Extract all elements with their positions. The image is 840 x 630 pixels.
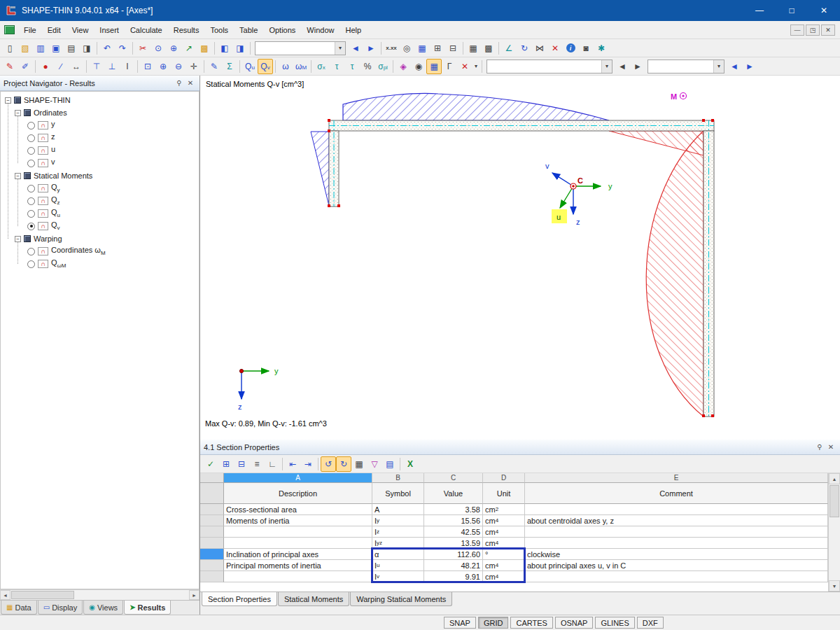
scroll-down-icon[interactable]: ▼ bbox=[829, 580, 840, 592]
menu-results[interactable]: Results bbox=[168, 22, 205, 38]
sigma-x-button[interactable]: σx bbox=[314, 59, 329, 74]
tree-item-u[interactable]: ∩ u bbox=[4, 144, 199, 157]
warping-moment-button[interactable]: ωM bbox=[293, 59, 309, 74]
dxf-toggle[interactable]: DXF bbox=[637, 617, 664, 629]
undo-icon[interactable]: ↶ bbox=[99, 41, 115, 56]
comment-cell[interactable] bbox=[525, 526, 828, 538]
section-bar-icon[interactable]: I bbox=[120, 59, 135, 74]
comment-cell[interactable] bbox=[525, 538, 828, 549]
graphics-view[interactable]: M y z v u C y z Statical Moments Q-v [cm… bbox=[200, 76, 840, 440]
row-selector[interactable] bbox=[200, 560, 224, 571]
calculator-icon[interactable]: ▦ bbox=[414, 41, 430, 56]
row-selector[interactable] bbox=[200, 515, 224, 526]
value-cell[interactable]: 112.60 bbox=[424, 549, 483, 560]
table-row[interactable]: Principal moments of inertia Iu 48.21 cm… bbox=[200, 560, 828, 571]
symbol-cell[interactable]: Iy bbox=[372, 515, 424, 526]
node-tool-icon[interactable]: ● bbox=[38, 59, 53, 74]
align-top-icon[interactable]: ⊤ bbox=[89, 59, 104, 74]
rotate-icon[interactable]: ↻ bbox=[517, 41, 532, 56]
delete-result-icon[interactable]: ✕ bbox=[457, 59, 472, 74]
load-case-combobox[interactable]: ▾ bbox=[648, 59, 724, 74]
percent-button[interactable]: % bbox=[360, 59, 375, 74]
section-combobox[interactable]: ▾ bbox=[486, 59, 612, 74]
symbol-cell[interactable]: A bbox=[372, 504, 424, 515]
scroll-left-icon[interactable]: ◄ bbox=[0, 590, 10, 600]
menu-window[interactable]: Window bbox=[301, 22, 340, 38]
radio-z[interactable] bbox=[27, 134, 35, 142]
pan-icon[interactable]: ✛ bbox=[186, 59, 202, 74]
tab-warping-statical-moments[interactable]: Warping Statical Moments bbox=[350, 592, 452, 606]
pin-icon[interactable]: ⚲ bbox=[174, 78, 185, 88]
delete-result-dropdown-icon[interactable]: ▾ bbox=[472, 59, 479, 74]
tree-item-qv[interactable]: ∩ Qv bbox=[4, 220, 199, 232]
tau-button[interactable]: τ bbox=[329, 59, 344, 74]
table-row[interactable]: Cross-sectional area A 3.58 cm2 bbox=[200, 504, 828, 515]
symbol-cell[interactable]: Iu bbox=[372, 560, 424, 571]
zoom-region-icon[interactable]: ⊙ bbox=[150, 41, 166, 56]
tree-item-coordinates-wm[interactable]: ∩ Coordinates ωM bbox=[4, 245, 199, 258]
value-cell[interactable]: 48.21 bbox=[424, 560, 483, 571]
unit-cell[interactable]: cm2 bbox=[483, 504, 525, 515]
row-selector-active[interactable] bbox=[200, 549, 224, 560]
save-all-icon[interactable]: ▥ bbox=[33, 41, 48, 56]
row-selector[interactable] bbox=[200, 483, 224, 504]
tree-item-v[interactable]: ∩ v bbox=[4, 157, 199, 169]
navigator-panel-toggle-icon[interactable]: ◧ bbox=[217, 41, 232, 56]
chevron-down-icon[interactable]: ▾ bbox=[713, 60, 724, 73]
new-file-icon[interactable]: ▯ bbox=[2, 41, 18, 56]
column-left-icon[interactable]: ⇤ bbox=[285, 456, 300, 472]
mdi-close-button[interactable]: ✕ bbox=[821, 24, 835, 36]
tree-item-shape-thin[interactable]: − SHAPE-THIN bbox=[4, 94, 199, 106]
next-section-icon[interactable]: ► bbox=[630, 59, 645, 74]
radio-v[interactable] bbox=[27, 160, 35, 167]
jump-to-icon[interactable]: ↗ bbox=[181, 41, 197, 56]
navigator-tab-views[interactable]: ◉ Views bbox=[83, 601, 123, 615]
info-icon[interactable]: i bbox=[563, 41, 578, 56]
tree-item-y[interactable]: ∩ y bbox=[4, 119, 199, 132]
row-selector[interactable] bbox=[200, 571, 224, 582]
value-cell[interactable]: 15.56 bbox=[424, 515, 483, 526]
value-cell[interactable]: 13.59 bbox=[424, 538, 483, 549]
menu-file[interactable]: File bbox=[18, 22, 42, 38]
save-icon[interactable]: ▣ bbox=[48, 41, 64, 56]
navigator-tab-display[interactable]: ▭ Display bbox=[38, 601, 83, 615]
value-cell[interactable]: 42.55 bbox=[424, 526, 483, 538]
comment-cell[interactable] bbox=[525, 504, 828, 515]
radio-qwm[interactable] bbox=[27, 260, 35, 268]
recalculate-icon[interactable]: ✓ bbox=[203, 456, 218, 472]
redo-icon[interactable]: ↷ bbox=[115, 41, 130, 56]
previous-view-icon[interactable]: ◄ bbox=[348, 41, 363, 56]
column-header-c[interactable]: C bbox=[424, 473, 483, 483]
open-project-icon[interactable]: ▧ bbox=[18, 41, 33, 56]
close-icon[interactable]: ✕ bbox=[825, 442, 836, 452]
chart-bars-icon[interactable]: ▤ bbox=[382, 456, 398, 472]
navigator-tab-data[interactable]: ▦ Data bbox=[1, 601, 37, 615]
previous-case-icon[interactable]: ◄ bbox=[727, 59, 742, 74]
table-row[interactable]: Iv 9.91 cm4 bbox=[200, 571, 828, 582]
comment-cell[interactable]: about centroidal axes y, z bbox=[525, 515, 828, 526]
glines-toggle[interactable]: GLINES bbox=[595, 617, 634, 629]
corner-icon[interactable]: ∟ bbox=[265, 456, 280, 472]
filter-icon[interactable]: ▽ bbox=[367, 456, 382, 472]
table-layout-icon[interactable]: ⊟ bbox=[445, 41, 461, 56]
navigator-horizontal-scrollbar[interactable]: ◄ ► bbox=[0, 589, 200, 600]
scroll-up-icon[interactable]: ▲ bbox=[829, 473, 840, 484]
rotate-right-icon[interactable]: ↻ bbox=[336, 456, 351, 472]
tau-v-button[interactable]: τ bbox=[344, 59, 360, 74]
column-header-d[interactable]: D bbox=[483, 473, 525, 483]
symbol-cell[interactable]: Iz bbox=[372, 526, 424, 538]
table-row-active[interactable]: Inclination of principal axes α 112.60 °… bbox=[200, 549, 828, 560]
add-table-icon[interactable]: ⊞ bbox=[218, 456, 234, 472]
result-values-icon[interactable]: ◉ bbox=[411, 59, 426, 74]
row-list-icon[interactable]: ≡ bbox=[249, 456, 265, 472]
tables-panel-toggle-icon[interactable]: ◨ bbox=[232, 41, 248, 56]
menu-tools[interactable]: Tools bbox=[204, 22, 234, 38]
menu-edit[interactable]: Edit bbox=[42, 22, 66, 38]
unit-cell[interactable]: cm4 bbox=[483, 538, 525, 549]
chevron-down-icon[interactable]: ▾ bbox=[601, 60, 612, 73]
zoom-all-icon[interactable]: ⊕ bbox=[166, 41, 181, 56]
corner-cell[interactable] bbox=[200, 473, 224, 483]
gamma-icon[interactable]: Γ bbox=[442, 59, 457, 74]
description-cell[interactable] bbox=[224, 526, 372, 538]
pin-icon[interactable]: ⚲ bbox=[814, 442, 825, 452]
